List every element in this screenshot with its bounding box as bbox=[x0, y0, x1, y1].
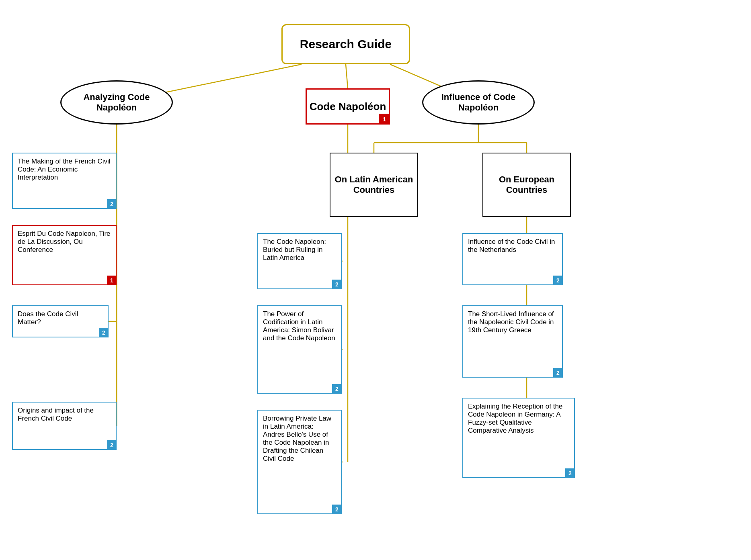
european-item-1: Influence of the Code Civil in the Nethe… bbox=[462, 233, 563, 285]
analyzing-label: Analyzing Code Napoléon bbox=[62, 88, 172, 117]
left-item-1-badge: 2 bbox=[107, 199, 117, 209]
latin-item-1-text: The Code Napoleon: Buried but Ruling in … bbox=[263, 238, 326, 262]
latin-item-2-badge: 2 bbox=[332, 384, 342, 394]
influence-label: Influence of Code Napoléon bbox=[423, 88, 533, 117]
latin-item-3: Borrowing Private Law in Latin America: … bbox=[257, 410, 342, 514]
european-item-3: Explaining the Reception of the Code Nap… bbox=[462, 398, 575, 478]
left-item-3-text: Does the Code Civil Matter? bbox=[18, 310, 78, 326]
latin-item-1-badge: 2 bbox=[332, 280, 342, 289]
left-item-4-badge: 2 bbox=[107, 440, 117, 450]
left-item-2: Esprit Du Code Napoleon, Tire de La Disc… bbox=[12, 225, 117, 285]
european-item-3-badge: 2 bbox=[565, 468, 575, 478]
european-item-1-badge: 2 bbox=[553, 276, 563, 285]
left-item-2-text: Esprit Du Code Napoleon, Tire de La Disc… bbox=[18, 230, 111, 253]
european-item-3-text: Explaining the Reception of the Code Nap… bbox=[468, 403, 562, 434]
latin-item-3-badge: 2 bbox=[332, 505, 342, 514]
european-item-2: The Short-Lived Influence of the Napoleo… bbox=[462, 305, 563, 378]
svg-line-0 bbox=[346, 64, 348, 88]
left-item-4: Origins and impact of the French Civil C… bbox=[12, 402, 117, 450]
research-guide-node: Research Guide bbox=[281, 24, 410, 64]
european-item-2-text: The Short-Lived Influence of the Napoleo… bbox=[468, 310, 554, 334]
left-item-3: Does the Code Civil Matter? 2 bbox=[12, 305, 109, 337]
european-label: On European Countries bbox=[483, 171, 570, 198]
analyzing-node: Analyzing Code Napoléon bbox=[60, 80, 173, 125]
left-item-1-text: The Making of the French Civil Code: An … bbox=[18, 157, 111, 181]
latin-item-3-text: Borrowing Private Law in Latin America: … bbox=[263, 415, 331, 462]
latin-item-2: The Power of Codification in Latin Ameri… bbox=[257, 305, 342, 394]
left-item-3-badge: 2 bbox=[99, 328, 109, 337]
left-item-4-text: Origins and impact of the French Civil C… bbox=[18, 407, 94, 422]
research-guide-label: Research Guide bbox=[300, 37, 392, 51]
left-item-2-badge: 1 bbox=[107, 276, 117, 285]
mind-map: Research Guide Code Napoléon 1 Analyzing… bbox=[0, 0, 751, 560]
european-node: On European Countries bbox=[482, 153, 571, 217]
code-napoleon-node: Code Napoléon 1 bbox=[306, 88, 390, 125]
code-napoleon-label: Code Napoléon bbox=[310, 100, 386, 113]
code-napoleon-badge: 1 bbox=[379, 114, 390, 124]
latin-node: On Latin American Countries bbox=[330, 153, 418, 217]
latin-item-1: The Code Napoleon: Buried but Ruling in … bbox=[257, 233, 342, 289]
latin-item-2-text: The Power of Codification in Latin Ameri… bbox=[263, 310, 335, 342]
left-item-1: The Making of the French Civil Code: An … bbox=[12, 153, 117, 209]
european-item-2-badge: 2 bbox=[553, 368, 563, 378]
european-item-1-text: Influence of the Code Civil in the Nethe… bbox=[468, 238, 555, 253]
influence-node: Influence of Code Napoléon bbox=[422, 80, 535, 125]
latin-label: On Latin American Countries bbox=[330, 171, 417, 198]
